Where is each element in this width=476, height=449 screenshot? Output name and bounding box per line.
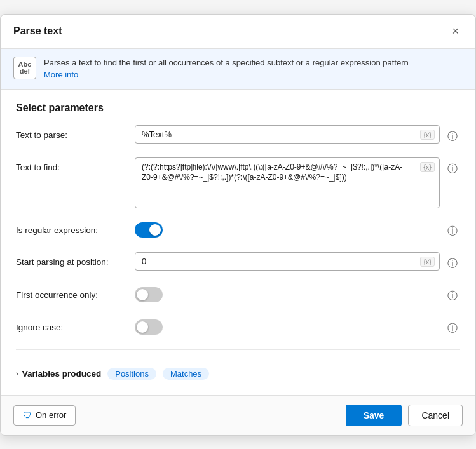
start-parse-fx-badge: {x} [420, 257, 435, 267]
dialog-footer: 🛡 On error Save Cancel [1, 395, 475, 435]
text-to-find-control: {x} ⓘ [135, 157, 460, 208]
dialog-header: Parse text × [1, 15, 475, 49]
banner-text: Parses a text to find the first or all o… [44, 57, 409, 81]
section-title: Select parameters [16, 102, 460, 114]
start-parse-control: {x} ⓘ [135, 252, 460, 273]
ignore-case-row: Ignore case: ⓘ [16, 317, 460, 338]
start-parse-input-wrap: {x} [135, 252, 440, 271]
info-banner: Abc def Parses a text to find the first … [1, 49, 475, 90]
ignore-case-slider [135, 319, 163, 335]
first-occurrence-slider [135, 287, 163, 302]
text-to-parse-fx-badge: {x} [420, 130, 435, 140]
text-to-find-info-button[interactable]: ⓘ [445, 160, 460, 178]
variables-label: Variables produced [22, 369, 102, 379]
abc-icon: Abc def [13, 57, 36, 79]
is-regex-slider [135, 222, 163, 238]
close-button[interactable]: × [448, 23, 463, 39]
dialog-title: Parse text [13, 25, 62, 37]
text-to-parse-input-wrap: {x} [135, 125, 440, 144]
dialog-content: Select parameters Text to parse: {x} ⓘ T… [1, 90, 475, 395]
matches-badge: Matches [163, 368, 209, 380]
save-button[interactable]: Save [346, 405, 402, 426]
text-to-find-label: Text to find: [16, 157, 127, 172]
on-error-button[interactable]: 🛡 On error [13, 405, 76, 426]
variables-row: › Variables produced Positions Matches [16, 360, 460, 382]
start-parse-label: Start parsing at position: [16, 252, 127, 267]
text-to-parse-info-button[interactable]: ⓘ [445, 128, 460, 146]
first-occurrence-toggle[interactable] [135, 287, 163, 302]
ignore-case-info-button[interactable]: ⓘ [445, 319, 460, 338]
is-regex-info-button[interactable]: ⓘ [445, 222, 460, 241]
first-occurrence-row: First occurrence only: ⓘ [16, 285, 460, 305]
ignore-case-toggle[interactable] [135, 319, 163, 335]
shield-icon: 🛡 [23, 410, 32, 420]
text-to-find-fx-badge: {x} [420, 162, 435, 172]
text-to-parse-label: Text to parse: [16, 125, 127, 140]
first-occurrence-info-button[interactable]: ⓘ [445, 287, 460, 305]
ignore-case-control: ⓘ [135, 317, 460, 338]
is-regex-row: Is regular expression: ⓘ [16, 220, 460, 241]
parse-text-dialog: Parse text × Abc def Parses a text to fi… [0, 14, 476, 436]
first-occurrence-label: First occurrence only: [16, 290, 127, 300]
text-to-find-input[interactable] [135, 157, 440, 208]
first-occurrence-control: ⓘ [135, 285, 460, 305]
divider [16, 349, 460, 350]
positions-badge: Positions [107, 368, 156, 380]
ignore-case-label: Ignore case: [16, 323, 127, 332]
more-info-link[interactable]: More info [44, 70, 78, 79]
footer-right: Save Cancel [346, 405, 463, 426]
is-regex-toggle[interactable] [135, 222, 163, 238]
is-regex-control: ⓘ [135, 220, 460, 241]
text-to-parse-control: {x} ⓘ [135, 125, 460, 146]
text-to-parse-input[interactable] [135, 125, 440, 144]
cancel-button[interactable]: Cancel [408, 405, 463, 426]
variables-expand-button[interactable]: › Variables produced [16, 369, 101, 379]
on-error-label: On error [36, 410, 66, 420]
start-parse-input[interactable] [135, 252, 440, 271]
text-to-parse-row: Text to parse: {x} ⓘ [16, 125, 460, 146]
text-to-find-row: Text to find: {x} ⓘ [16, 157, 460, 208]
is-regex-label: Is regular expression: [16, 225, 127, 235]
start-parse-row: Start parsing at position: {x} ⓘ [16, 252, 460, 273]
footer-left: 🛡 On error [13, 405, 76, 426]
text-to-find-input-wrap: {x} [135, 157, 440, 208]
start-parse-info-button[interactable]: ⓘ [445, 255, 460, 273]
chevron-right-icon: › [16, 370, 18, 377]
